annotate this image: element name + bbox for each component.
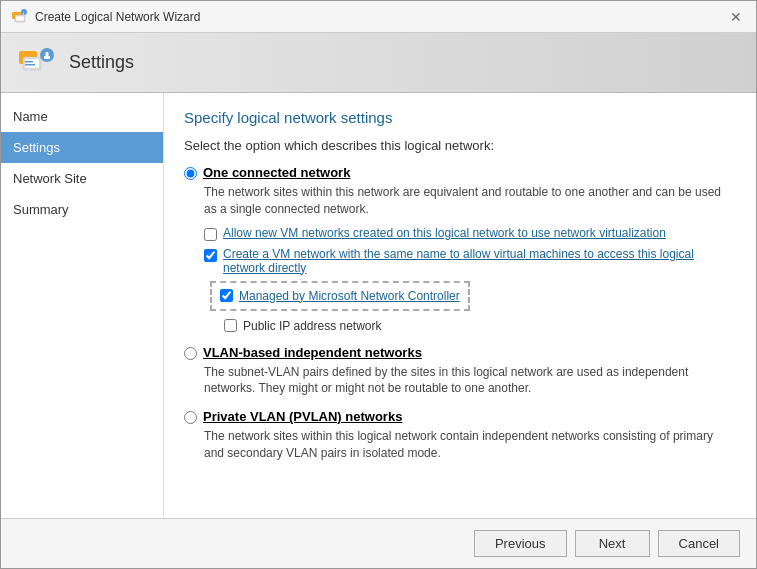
option-private-vlan-desc: The network sites within this logical ne… bbox=[204, 428, 736, 462]
checkbox-managed-label: Managed by Microsoft Network Controller bbox=[239, 289, 460, 303]
window-title: Create Logical Network Wizard bbox=[35, 10, 200, 24]
managed-inner: Managed by Microsoft Network Controller bbox=[220, 289, 460, 303]
close-button[interactable]: ✕ bbox=[726, 8, 746, 26]
svg-rect-12 bbox=[44, 56, 50, 59]
sidebar-item-summary[interactable]: Summary bbox=[1, 194, 163, 225]
option-one-connected: One connected network The network sites … bbox=[184, 165, 736, 333]
sidebar: Name Settings Network Site Summary bbox=[1, 93, 164, 518]
footer: Previous Next Cancel bbox=[1, 518, 756, 568]
checkbox-allow-vm-networks-label: Allow new VM networks created on this lo… bbox=[223, 226, 666, 240]
cancel-button[interactable]: Cancel bbox=[658, 530, 740, 557]
option-one-connected-desc: The network sites within this network ar… bbox=[204, 184, 736, 218]
checkbox-create-vm-network-label: Create a VM network with the same name t… bbox=[223, 247, 736, 275]
option-vlan-based-label: VLAN-based independent networks bbox=[203, 345, 422, 360]
checkbox-create-vm-network-input[interactable] bbox=[204, 249, 217, 262]
svg-text:i: i bbox=[23, 10, 24, 15]
radio-vlan-based-input[interactable] bbox=[184, 347, 197, 360]
svg-rect-2 bbox=[16, 16, 24, 21]
sidebar-item-name[interactable]: Name bbox=[1, 101, 163, 132]
option-vlan-based-desc: The subnet-VLAN pairs defined by the sit… bbox=[204, 364, 736, 398]
main-panel: Specify logical network settings Select … bbox=[164, 93, 756, 518]
title-bar: i Create Logical Network Wizard ✕ bbox=[1, 1, 756, 33]
checkbox-managed-input[interactable] bbox=[220, 289, 233, 302]
public-ip-row: Public IP address network bbox=[224, 319, 736, 333]
checkbox-public-ip-label: Public IP address network bbox=[243, 319, 382, 333]
settings-icon bbox=[17, 43, 57, 83]
checkbox-create-vm-network[interactable]: Create a VM network with the same name t… bbox=[204, 247, 736, 275]
sidebar-item-network-site[interactable]: Network Site bbox=[1, 163, 163, 194]
option-one-connected-label: One connected network bbox=[203, 165, 350, 180]
checkbox-allow-vm-networks-input[interactable] bbox=[204, 228, 217, 241]
option-vlan-based: VLAN-based independent networks The subn… bbox=[184, 345, 736, 398]
svg-rect-8 bbox=[25, 61, 33, 63]
previous-button[interactable]: Previous bbox=[474, 530, 567, 557]
header-title: Settings bbox=[69, 52, 134, 73]
radio-one-connected[interactable]: One connected network bbox=[184, 165, 736, 180]
radio-private-vlan[interactable]: Private VLAN (PVLAN) networks bbox=[184, 409, 736, 424]
radio-one-connected-input[interactable] bbox=[184, 167, 197, 180]
svg-rect-9 bbox=[25, 64, 35, 66]
option-private-vlan-label: Private VLAN (PVLAN) networks bbox=[203, 409, 402, 424]
wizard-icon: i bbox=[11, 9, 27, 25]
checkbox-public-ip-input[interactable] bbox=[224, 319, 237, 332]
sidebar-item-settings[interactable]: Settings bbox=[1, 132, 163, 163]
option-private-vlan: Private VLAN (PVLAN) networks The networ… bbox=[184, 409, 736, 462]
radio-vlan-based[interactable]: VLAN-based independent networks bbox=[184, 345, 736, 360]
instruction-text: Select the option which describes this l… bbox=[184, 138, 736, 153]
header-band: Settings bbox=[1, 33, 756, 93]
svg-rect-7 bbox=[25, 59, 39, 68]
checkbox-allow-vm-networks[interactable]: Allow new VM networks created on this lo… bbox=[204, 226, 736, 241]
managed-box: Managed by Microsoft Network Controller bbox=[210, 281, 470, 311]
section-title: Specify logical network settings bbox=[184, 109, 736, 126]
next-button[interactable]: Next bbox=[575, 530, 650, 557]
radio-private-vlan-input[interactable] bbox=[184, 411, 197, 424]
content-area: Name Settings Network Site Summary Speci… bbox=[1, 93, 756, 518]
wizard-window: i Create Logical Network Wizard ✕ Settin… bbox=[0, 0, 757, 569]
title-bar-left: i Create Logical Network Wizard bbox=[11, 9, 200, 25]
header-icon bbox=[17, 43, 57, 83]
